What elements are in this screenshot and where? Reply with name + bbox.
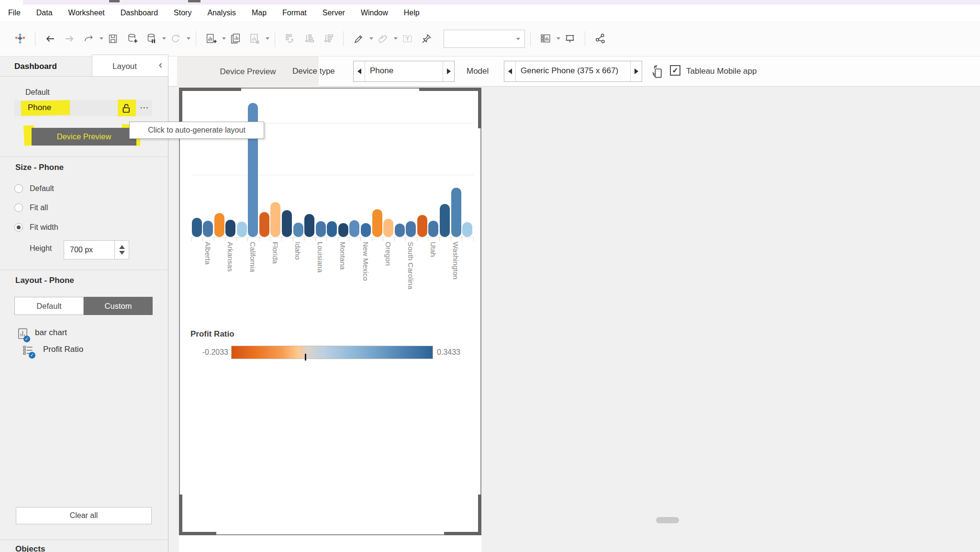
highlight-pen-icon[interactable] (349, 28, 368, 49)
save-icon[interactable] (103, 28, 122, 49)
previous-device-icon[interactable] (354, 61, 365, 81)
size-option-fit-all[interactable]: Fit all (14, 203, 48, 213)
menu-data[interactable]: Data (36, 9, 53, 17)
menu-format[interactable]: Format (282, 9, 307, 17)
bar-state-23[interactable] (440, 204, 450, 237)
new-worksheet-icon[interactable] (201, 28, 221, 49)
sort-descending-icon[interactable] (319, 28, 338, 49)
radio-icon[interactable] (14, 203, 23, 212)
share-icon[interactable] (590, 28, 610, 49)
bar-state-9[interactable] (282, 210, 292, 237)
device-type-label: Device type (292, 67, 335, 76)
paperclip-icon[interactable] (373, 28, 392, 49)
phone-preview-surface[interactable]: AlbertaArkansasCaliforniaFloridaIdahoLou… (179, 88, 481, 552)
device-item-phone[interactable]: Phone ⋯ (14, 100, 152, 116)
bar-state-3[interactable] (214, 213, 224, 237)
menu-map[interactable]: Map (252, 9, 267, 17)
stepper-down-icon[interactable] (119, 251, 125, 255)
bar-state-21[interactable] (417, 215, 427, 237)
bar-arkansas[interactable] (225, 220, 235, 237)
presentation-mode-icon[interactable] (560, 28, 579, 49)
height-stepper[interactable] (115, 240, 129, 259)
tab-dashboard[interactable]: Dashboard (14, 62, 57, 71)
pause-data-icon[interactable] (142, 28, 161, 49)
bar-south-carolina[interactable] (406, 221, 416, 237)
bar-state-7[interactable] (259, 212, 269, 237)
forward-arrow-icon[interactable] (60, 28, 79, 49)
redo-icon[interactable] (79, 28, 98, 49)
bar-state-13[interactable] (327, 221, 337, 237)
clear-sheet-icon[interactable] (245, 28, 264, 49)
chevron-down-icon (516, 38, 520, 40)
chevron-down-icon[interactable] (100, 37, 103, 40)
next-device-icon[interactable] (443, 61, 454, 81)
next-model-icon[interactable] (630, 61, 642, 81)
menu-server[interactable]: Server (323, 9, 345, 17)
scrollbar-handle[interactable] (656, 517, 679, 523)
menu-window[interactable]: Window (361, 9, 388, 17)
tab-layout[interactable]: Layout ‹ (92, 55, 168, 77)
size-option-default[interactable]: Default (14, 184, 54, 193)
text-label-icon[interactable] (398, 28, 417, 49)
bar-washington[interactable] (451, 188, 461, 237)
bar-montana[interactable] (338, 223, 348, 237)
menu-dashboard[interactable]: Dashboard (121, 9, 158, 17)
bar-state-5[interactable] (237, 222, 247, 237)
legend-zero-tick (305, 354, 306, 360)
bar-louisiana[interactable] (316, 221, 326, 237)
collapse-pane-icon[interactable]: ‹ (159, 59, 162, 71)
add-data-icon[interactable] (122, 28, 142, 49)
bar-state-11[interactable] (304, 214, 314, 237)
layout-default-button[interactable]: Default (14, 297, 84, 315)
bar-oregon[interactable] (383, 219, 393, 237)
radio-icon[interactable] (14, 184, 23, 193)
toolbar-combobox[interactable] (444, 30, 525, 48)
bar-idaho[interactable] (293, 223, 303, 237)
bar-utah[interactable] (428, 221, 438, 237)
chevron-down-icon[interactable] (394, 37, 398, 40)
chevron-down-icon[interactable] (369, 37, 373, 40)
menu-story[interactable]: Story (174, 9, 191, 17)
height-input[interactable]: 700 px (64, 240, 115, 259)
bar-state-19[interactable] (395, 224, 405, 237)
chevron-down-icon[interactable] (557, 37, 560, 40)
layout-item-bar-chart[interactable]: bar chart (35, 328, 67, 338)
rotate-device-icon[interactable] (648, 64, 665, 82)
previous-model-icon[interactable] (504, 61, 516, 81)
layout-custom-button[interactable]: Custom (84, 297, 153, 315)
radio-icon-selected[interactable] (14, 223, 23, 232)
chevron-down-icon[interactable] (162, 37, 166, 40)
bar-alberta[interactable] (203, 221, 213, 237)
bar-florida[interactable] (270, 202, 280, 237)
menu-file[interactable]: File (8, 9, 21, 17)
duplicate-icon[interactable] (226, 28, 245, 49)
sort-ascending-icon[interactable] (300, 28, 319, 49)
swap-rows-columns-icon[interactable] (280, 28, 300, 49)
bar-chart-view[interactable]: AlbertaArkansasCaliforniaFloridaIdahoLou… (179, 88, 481, 552)
chevron-down-icon[interactable] (187, 37, 190, 40)
device-preview-button[interactable]: Device Preview (32, 128, 136, 146)
menu-analysis[interactable]: Analysis (207, 9, 236, 17)
mobile-app-checkbox[interactable]: ✓ (670, 65, 680, 76)
more-options-icon[interactable]: ⋯ (140, 102, 149, 113)
bar-new-mexico[interactable] (361, 223, 371, 237)
bar-state-1[interactable] (192, 218, 202, 237)
menu-worksheet[interactable]: Worksheet (68, 9, 105, 17)
unlock-icon[interactable] (121, 102, 132, 116)
bar-state-17[interactable] (372, 209, 382, 237)
bar-state-15[interactable] (349, 220, 359, 237)
menu-help[interactable]: Help (404, 9, 420, 17)
show-hide-cards-icon[interactable] (536, 28, 555, 49)
refresh-icon[interactable] (166, 28, 185, 49)
legend-gradient-bar[interactable] (231, 346, 433, 359)
pin-icon[interactable] (417, 28, 436, 49)
chevron-down-icon[interactable] (266, 37, 269, 40)
tableau-logo-icon[interactable] (11, 28, 30, 49)
back-arrow-icon[interactable] (41, 28, 60, 49)
bar-state-25[interactable] (462, 222, 472, 237)
clear-all-button[interactable]: Clear all (16, 507, 152, 524)
layout-item-profit-ratio[interactable]: Profit Ratio (43, 345, 83, 354)
stepper-up-icon[interactable] (119, 245, 125, 249)
chevron-down-icon[interactable] (222, 37, 226, 40)
size-option-fit-width[interactable]: Fit width (14, 223, 58, 232)
